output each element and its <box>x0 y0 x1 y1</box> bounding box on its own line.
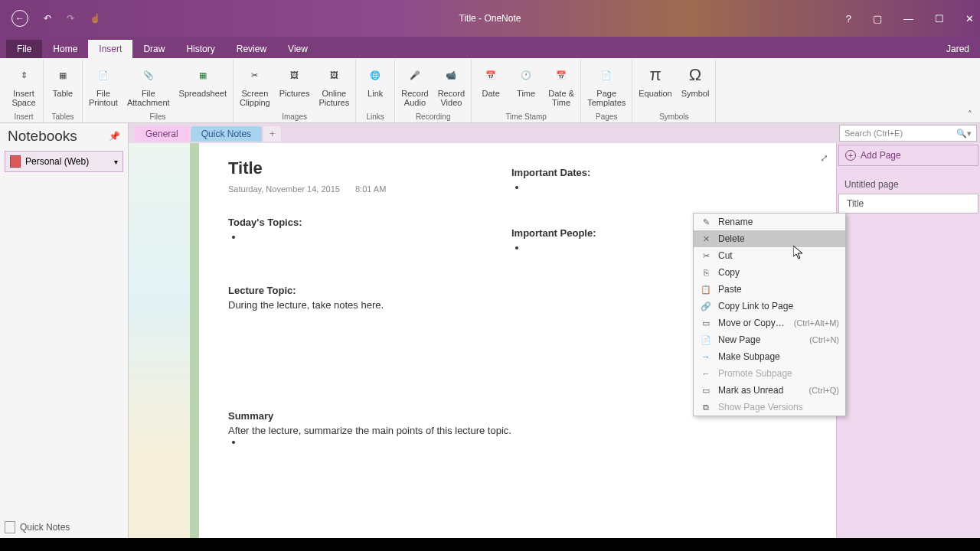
table-button[interactable]: ▦Table <box>47 61 79 98</box>
insert-space-button[interactable]: ⇕Insert Space <box>8 61 40 107</box>
screen-clipping-button[interactable]: ✂Screen Clipping <box>237 61 273 107</box>
page-list: + Add Page Untitled page Title <box>836 143 980 538</box>
notebooks-header: Notebooks 📌 <box>0 123 128 149</box>
link-icon: 🌐 <box>363 63 387 87</box>
video-icon: 📹 <box>439 63 463 87</box>
online-pictures-icon: 🖼 <box>322 63 346 87</box>
ctx-make-subpage[interactable]: →Make Subpage <box>694 348 845 365</box>
touch-icon[interactable]: ☝ <box>90 13 101 24</box>
pictures-icon: 🖼 <box>283 63 307 87</box>
notebook-personal[interactable]: Personal (Web) ▾ <box>5 151 123 172</box>
search-icon: 🔍▾ <box>956 129 972 139</box>
date-button[interactable]: 📅Date <box>475 61 507 98</box>
ctx-cut[interactable]: ✂Cut <box>694 247 845 264</box>
section-tab-quicknotes[interactable]: Quick Notes <box>191 126 262 142</box>
mic-icon: 🎤 <box>403 63 427 87</box>
page-templates-button[interactable]: 📄Page Templates <box>584 61 629 107</box>
document-icon <box>5 521 15 533</box>
tab-review[interactable]: Review <box>226 40 277 58</box>
equation-button[interactable]: πEquation <box>635 61 675 98</box>
ctx-show-versions: ⧉Show Page Versions <box>694 399 845 416</box>
file-attachment-button[interactable]: 📎File Attachment <box>124 61 173 107</box>
tab-view[interactable]: View <box>277 40 318 58</box>
date-time-button[interactable]: 📅Date & Time <box>545 61 577 107</box>
template-icon: 📄 <box>594 63 619 87</box>
unread-icon: ▭ <box>700 385 712 396</box>
add-page-button[interactable]: + Add Page <box>838 145 978 166</box>
help-icon[interactable]: ? <box>846 13 851 24</box>
ctx-copy[interactable]: ⎘Copy <box>694 264 845 281</box>
pin-icon[interactable]: 📌 <box>109 131 120 142</box>
important-dates-block[interactable]: Important Dates: <box>511 167 596 193</box>
page-item-title[interactable]: Title <box>838 194 978 214</box>
add-section-button[interactable]: + <box>263 126 281 142</box>
date-icon: 📅 <box>479 63 503 87</box>
important-people-block[interactable]: Important People: <box>511 227 596 253</box>
back-button[interactable]: ← <box>11 10 28 27</box>
ctx-copy-link[interactable]: 🔗Copy Link to Page <box>694 298 845 315</box>
clock-icon: 🕐 <box>514 63 538 87</box>
omega-icon: Ω <box>683 63 707 87</box>
tab-draw[interactable]: Draw <box>132 40 175 58</box>
undo-icon[interactable]: ↶ <box>44 13 51 24</box>
section-tab-general[interactable]: General <box>135 126 189 142</box>
rename-icon: ✎ <box>700 217 712 227</box>
ctx-move-copy[interactable]: ▭Move or Copy…(Ctrl+Alt+M) <box>694 315 845 331</box>
close-icon[interactable]: ✕ <box>965 13 974 24</box>
tab-file[interactable]: File <box>6 40 42 58</box>
minimize-icon[interactable]: — <box>903 13 913 24</box>
excel-icon: ▦ <box>191 63 215 87</box>
notebook-icon <box>10 155 21 168</box>
ctx-paste[interactable]: 📋Paste <box>694 281 845 298</box>
page-decoration-border <box>190 143 199 538</box>
ribbon-tabs: File Home Insert Draw History Review Vie… <box>0 37 980 58</box>
user-label[interactable]: Jared <box>936 40 980 58</box>
page-decoration <box>129 143 190 538</box>
context-menu: ✎Rename ✕Delete ✂Cut ⎘Copy 📋Paste 🔗Copy … <box>693 213 846 416</box>
copy-icon: ⎘ <box>700 267 712 278</box>
pi-icon: π <box>643 63 668 87</box>
datetime-icon: 📅 <box>549 63 573 87</box>
file-printout-button[interactable]: 📄File Printout <box>86 61 121 107</box>
letterbox <box>0 538 980 551</box>
copy-link-icon: 🔗 <box>700 301 712 311</box>
file-printout-icon: 📄 <box>91 63 116 87</box>
spreadsheet-button[interactable]: ▦Spreadsheet <box>176 61 230 98</box>
link-button[interactable]: 🌐Link <box>359 61 391 98</box>
ctx-promote-subpage: ←Promote Subpage <box>694 365 845 382</box>
maximize-icon[interactable]: ☐ <box>935 13 944 24</box>
collapse-ribbon-icon[interactable]: ˄ <box>968 109 972 119</box>
fullscreen-icon[interactable]: ▢ <box>873 13 882 24</box>
window-title: Title - OneNote <box>459 13 521 24</box>
main-area: General Quick Notes + Search (Ctrl+E) 🔍▾… <box>129 123 980 538</box>
tab-history[interactable]: History <box>175 40 225 58</box>
page-item-untitled[interactable]: Untitled page <box>837 175 980 194</box>
symbol-button[interactable]: ΩSymbol <box>678 61 713 98</box>
ctx-delete[interactable]: ✕Delete <box>694 230 845 247</box>
versions-icon: ⧉ <box>700 402 712 412</box>
ctx-rename[interactable]: ✎Rename <box>694 214 845 230</box>
record-audio-button[interactable]: 🎤Record Audio <box>398 61 431 107</box>
quick-notes-link[interactable]: Quick Notes <box>5 521 70 533</box>
search-input[interactable]: Search (Ctrl+E) 🔍▾ <box>839 125 977 142</box>
tab-insert[interactable]: Insert <box>88 40 132 58</box>
ctx-new-page[interactable]: 📄New Page(Ctrl+N) <box>694 331 845 348</box>
paperclip-icon: 📎 <box>136 63 161 87</box>
subpage-icon: → <box>700 351 712 362</box>
redo-icon[interactable]: ↷ <box>67 13 74 24</box>
online-pictures-button[interactable]: 🖼Online Pictures <box>315 61 352 107</box>
delete-icon: ✕ <box>700 233 712 244</box>
time-button[interactable]: 🕐Time <box>510 61 542 98</box>
plus-icon: + <box>845 150 856 161</box>
new-page-icon: 📄 <box>700 334 712 345</box>
notebooks-panel: Notebooks 📌 Personal (Web) ▾ Quick Notes <box>0 123 129 538</box>
pictures-button[interactable]: 🖼Pictures <box>276 61 313 98</box>
promote-icon: ← <box>700 368 712 379</box>
ribbon: ⇕Insert Space Insert ▦Table Tables 📄File… <box>0 58 980 123</box>
ctx-mark-unread[interactable]: ▭Mark as Unread(Ctrl+Q) <box>694 382 845 399</box>
record-video-button[interactable]: 📹Record Video <box>435 61 468 107</box>
tab-home[interactable]: Home <box>42 40 88 58</box>
expand-icon[interactable]: ⤢ <box>820 152 828 164</box>
chevron-down-icon: ▾ <box>114 158 118 166</box>
paste-icon: 📋 <box>700 284 712 295</box>
